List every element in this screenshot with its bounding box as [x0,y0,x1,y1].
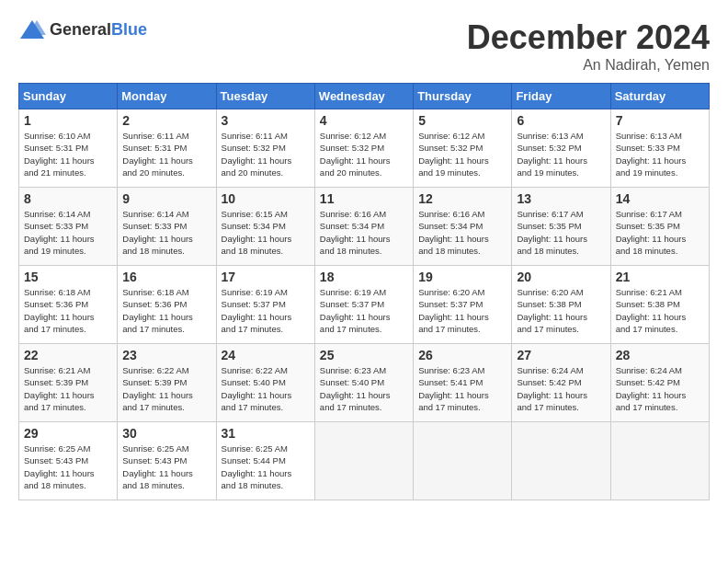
calendar-cell: 9Sunrise: 6:14 AM Sunset: 5:33 PM Daylig… [118,188,216,266]
calendar-week-2: 8Sunrise: 6:14 AM Sunset: 5:33 PM Daylig… [19,188,710,266]
location-title: An Nadirah, Yemen [467,57,710,74]
calendar-cell: 1Sunrise: 6:10 AM Sunset: 5:31 PM Daylig… [19,109,118,188]
day-number: 19 [418,270,506,284]
calendar-week-1: 1Sunrise: 6:10 AM Sunset: 5:31 PM Daylig… [19,109,710,188]
calendar-cell: 4Sunrise: 6:12 AM Sunset: 5:32 PM Daylig… [314,109,413,188]
day-number: 21 [616,270,704,284]
calendar-header-row: SundayMondayTuesdayWednesdayThursdayFrid… [19,84,710,109]
calendar-cell: 3Sunrise: 6:11 AM Sunset: 5:32 PM Daylig… [216,109,314,188]
calendar-cell [414,422,512,500]
calendar-week-4: 22Sunrise: 6:21 AM Sunset: 5:39 PM Dayli… [19,344,710,422]
day-info: Sunrise: 6:12 AM Sunset: 5:32 PM Dayligh… [320,130,408,178]
calendar-cell: 26Sunrise: 6:23 AM Sunset: 5:41 PM Dayli… [414,344,512,422]
calendar-cell: 30Sunrise: 6:25 AM Sunset: 5:43 PM Dayli… [118,422,216,500]
day-info: Sunrise: 6:25 AM Sunset: 5:43 PM Dayligh… [24,442,112,491]
day-info: Sunrise: 6:19 AM Sunset: 5:37 PM Dayligh… [222,286,310,335]
day-info: Sunrise: 6:11 AM Sunset: 5:31 PM Dayligh… [122,130,210,178]
day-number: 13 [517,191,605,206]
calendar-header-saturday: Saturday [610,84,709,109]
month-title: December 2024 [467,18,710,57]
calendar-cell: 28Sunrise: 6:24 AM Sunset: 5:42 PM Dayli… [610,344,709,422]
day-number: 14 [616,191,704,206]
calendar-header-tuesday: Tuesday [216,84,314,109]
calendar-cell: 16Sunrise: 6:18 AM Sunset: 5:36 PM Dayli… [118,266,216,344]
day-number: 31 [222,426,310,441]
day-number: 25 [320,348,408,362]
calendar-cell: 12Sunrise: 6:16 AM Sunset: 5:34 PM Dayli… [414,188,512,266]
calendar-table: SundayMondayTuesdayWednesdayThursdayFrid… [18,83,710,500]
calendar-cell: 8Sunrise: 6:14 AM Sunset: 5:33 PM Daylig… [19,188,118,266]
day-info: Sunrise: 6:21 AM Sunset: 5:39 PM Dayligh… [24,364,112,413]
calendar-cell: 25Sunrise: 6:23 AM Sunset: 5:40 PM Dayli… [314,344,413,422]
calendar-header-friday: Friday [512,84,610,109]
day-info: Sunrise: 6:21 AM Sunset: 5:38 PM Dayligh… [616,286,704,335]
calendar-cell: 10Sunrise: 6:15 AM Sunset: 5:34 PM Dayli… [216,188,314,266]
day-number: 1 [24,113,112,128]
day-number: 11 [320,191,408,206]
day-number: 7 [616,113,704,128]
day-number: 27 [517,348,605,362]
day-number: 15 [24,270,112,284]
calendar-cell: 19Sunrise: 6:20 AM Sunset: 5:37 PM Dayli… [414,266,512,344]
day-info: Sunrise: 6:15 AM Sunset: 5:34 PM Dayligh… [222,208,310,257]
logo-general: General [50,20,111,39]
day-info: Sunrise: 6:22 AM Sunset: 5:39 PM Dayligh… [122,364,210,413]
calendar-week-3: 15Sunrise: 6:18 AM Sunset: 5:36 PM Dayli… [19,266,710,344]
day-number: 2 [122,113,210,128]
day-number: 29 [24,426,112,441]
calendar-cell: 14Sunrise: 6:17 AM Sunset: 5:35 PM Dayli… [610,188,709,266]
day-number: 23 [122,348,210,362]
day-info: Sunrise: 6:22 AM Sunset: 5:40 PM Dayligh… [222,364,310,413]
day-number: 12 [418,191,506,206]
page-header: GeneralBlue December 2024 An Nadirah, Ye… [18,18,710,74]
day-number: 4 [320,113,408,128]
calendar-cell: 27Sunrise: 6:24 AM Sunset: 5:42 PM Dayli… [512,344,610,422]
day-number: 18 [320,270,408,284]
day-info: Sunrise: 6:25 AM Sunset: 5:43 PM Dayligh… [122,442,210,491]
calendar-cell: 24Sunrise: 6:22 AM Sunset: 5:40 PM Dayli… [216,344,314,422]
day-number: 16 [122,270,210,284]
day-number: 20 [517,270,605,284]
logo-blue: Blue [111,20,147,39]
calendar-cell: 22Sunrise: 6:21 AM Sunset: 5:39 PM Dayli… [19,344,118,422]
day-number: 24 [222,348,310,362]
day-number: 17 [222,270,310,284]
day-number: 6 [517,113,605,128]
calendar-cell [314,422,413,500]
day-info: Sunrise: 6:17 AM Sunset: 5:35 PM Dayligh… [517,208,605,257]
day-info: Sunrise: 6:13 AM Sunset: 5:32 PM Dayligh… [517,130,605,178]
day-info: Sunrise: 6:19 AM Sunset: 5:37 PM Dayligh… [320,286,408,335]
calendar-cell: 31Sunrise: 6:25 AM Sunset: 5:44 PM Dayli… [216,422,314,500]
day-info: Sunrise: 6:13 AM Sunset: 5:33 PM Dayligh… [616,130,704,178]
calendar-cell: 5Sunrise: 6:12 AM Sunset: 5:32 PM Daylig… [414,109,512,188]
day-info: Sunrise: 6:20 AM Sunset: 5:37 PM Dayligh… [418,286,506,335]
day-info: Sunrise: 6:10 AM Sunset: 5:31 PM Dayligh… [24,130,112,178]
calendar-cell: 29Sunrise: 6:25 AM Sunset: 5:43 PM Dayli… [19,422,118,500]
calendar-header-monday: Monday [118,84,216,109]
title-area: December 2024 An Nadirah, Yemen [467,18,710,74]
calendar-cell: 20Sunrise: 6:20 AM Sunset: 5:38 PM Dayli… [512,266,610,344]
day-info: Sunrise: 6:18 AM Sunset: 5:36 PM Dayligh… [122,286,210,335]
day-info: Sunrise: 6:12 AM Sunset: 5:32 PM Dayligh… [418,130,506,178]
day-number: 8 [24,191,112,206]
calendar-cell: 7Sunrise: 6:13 AM Sunset: 5:33 PM Daylig… [610,109,709,188]
calendar-header-thursday: Thursday [414,84,512,109]
day-info: Sunrise: 6:11 AM Sunset: 5:32 PM Dayligh… [222,130,310,178]
calendar-cell: 15Sunrise: 6:18 AM Sunset: 5:36 PM Dayli… [19,266,118,344]
day-info: Sunrise: 6:24 AM Sunset: 5:42 PM Dayligh… [517,364,605,413]
day-info: Sunrise: 6:24 AM Sunset: 5:42 PM Dayligh… [616,364,704,413]
day-number: 5 [418,113,506,128]
calendar-cell: 11Sunrise: 6:16 AM Sunset: 5:34 PM Dayli… [314,188,413,266]
calendar-cell: 2Sunrise: 6:11 AM Sunset: 5:31 PM Daylig… [118,109,216,188]
day-number: 28 [616,348,704,362]
day-number: 26 [418,348,506,362]
day-info: Sunrise: 6:18 AM Sunset: 5:36 PM Dayligh… [24,286,112,335]
day-info: Sunrise: 6:25 AM Sunset: 5:44 PM Dayligh… [222,442,310,491]
day-number: 3 [222,113,310,128]
day-number: 22 [24,348,112,362]
day-info: Sunrise: 6:16 AM Sunset: 5:34 PM Dayligh… [320,208,408,257]
calendar-week-5: 29Sunrise: 6:25 AM Sunset: 5:43 PM Dayli… [19,422,710,500]
calendar-cell [610,422,709,500]
calendar-header-sunday: Sunday [19,84,118,109]
day-info: Sunrise: 6:16 AM Sunset: 5:34 PM Dayligh… [418,208,506,257]
